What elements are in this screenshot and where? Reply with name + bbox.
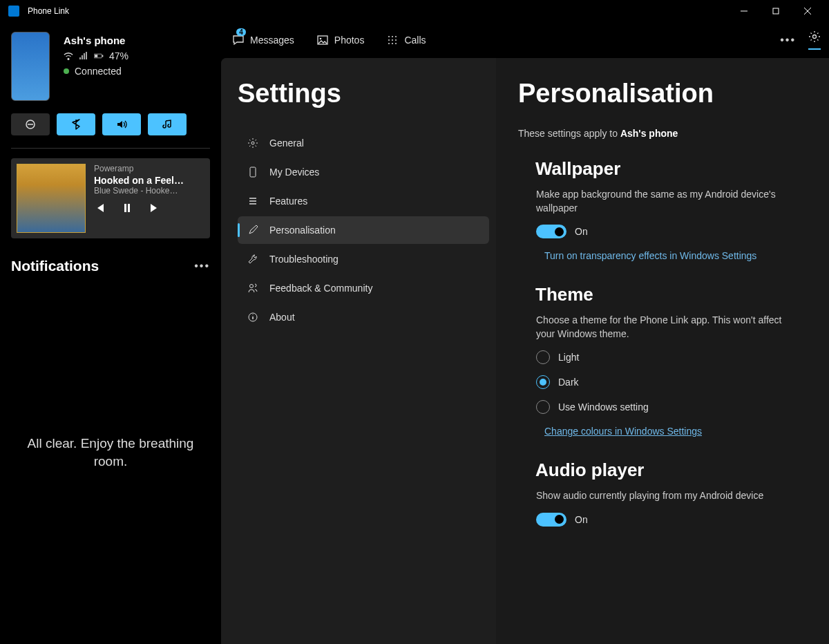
phone-status-icons: 47% xyxy=(64,50,128,61)
notifications-more-button[interactable]: ••• xyxy=(194,260,210,272)
colours-link[interactable]: Change colours in Windows Settings xyxy=(544,426,702,437)
page-title: Personalisation xyxy=(518,79,804,108)
signal-icon xyxy=(79,52,88,60)
audio-desc: Show audio currently playing from my And… xyxy=(536,489,785,503)
next-track-button[interactable] xyxy=(149,202,160,214)
theme-radio-light[interactable] xyxy=(536,350,550,364)
previous-track-button[interactable] xyxy=(94,202,105,214)
settings-body: Personalisation These settings apply to … xyxy=(496,58,829,644)
titlebar: Phone Link xyxy=(0,0,829,22)
phone-name: Ash's phone xyxy=(64,35,128,46)
svg-point-16 xyxy=(813,35,817,39)
list-icon xyxy=(247,196,258,207)
calls-icon xyxy=(386,34,399,46)
nav-label: Feedback & Community xyxy=(269,283,372,294)
app-title: Phone Link xyxy=(28,6,728,16)
tab-calls[interactable]: Calls xyxy=(383,30,428,50)
nav-general[interactable]: General xyxy=(238,129,489,157)
theme-dark-label: Dark xyxy=(558,377,579,388)
tab-messages[interactable]: 4 Messages xyxy=(229,30,297,50)
nav-my-devices[interactable]: My Devices xyxy=(238,158,489,186)
gear-icon xyxy=(247,138,258,149)
nav-about[interactable]: About xyxy=(238,303,489,331)
apply-to-text: These settings apply to Ash's phone xyxy=(518,128,804,139)
svg-rect-3 xyxy=(102,55,103,57)
nav-label: General xyxy=(269,138,304,149)
wifi-icon xyxy=(64,52,73,60)
wrench-icon xyxy=(247,254,258,265)
nav-personalisation[interactable]: Personalisation xyxy=(238,216,489,244)
maximize-button[interactable] xyxy=(760,0,792,22)
more-button[interactable]: ••• xyxy=(780,34,796,46)
svg-rect-2 xyxy=(95,55,97,57)
nav-label: About xyxy=(269,312,295,323)
wallpaper-section: Wallpaper Make app background the same a… xyxy=(518,158,804,262)
media-card[interactable]: Poweramp Hooked on a Feel… Blue Swede - … xyxy=(11,158,210,238)
info-icon xyxy=(247,312,258,323)
battery-level: 47% xyxy=(109,50,128,61)
people-icon xyxy=(247,283,258,294)
svg-point-13 xyxy=(388,43,390,44)
nav-troubleshooting[interactable]: Troubleshooting xyxy=(238,245,489,273)
wallpaper-heading: Wallpaper xyxy=(535,158,804,180)
svg-point-19 xyxy=(250,285,254,288)
theme-light-label: Light xyxy=(558,352,579,363)
pause-button[interactable] xyxy=(122,202,133,214)
theme-heading: Theme xyxy=(535,284,804,305)
messages-badge: 4 xyxy=(236,28,246,36)
nav-features[interactable]: Features xyxy=(238,187,489,215)
battery-icon xyxy=(94,52,104,60)
settings-button[interactable] xyxy=(808,30,821,50)
settings-nav: Settings General My Devices Features Per… xyxy=(221,58,496,644)
svg-point-8 xyxy=(392,36,393,37)
notifications-heading: Notifications xyxy=(11,258,99,274)
media-app-name: Poweramp xyxy=(94,164,204,173)
close-button[interactable] xyxy=(792,0,823,22)
wallpaper-toggle[interactable] xyxy=(536,225,566,238)
transparency-link[interactable]: Turn on transparency effects in Windows … xyxy=(544,250,756,261)
bluetooth-button[interactable] xyxy=(57,113,95,135)
notifications-empty-text: All clear. Enjoy the breathing room. xyxy=(11,435,210,470)
top-tabs: 4 Messages Photos Calls ••• xyxy=(221,22,829,58)
theme-section: Theme Choose a theme for the Phone Link … xyxy=(518,284,804,437)
volume-button[interactable] xyxy=(102,113,141,135)
tab-label: Calls xyxy=(404,35,426,46)
theme-desc: Choose a theme for the Phone Link app. T… xyxy=(536,314,785,341)
sidebar: Ash's phone 47% Connected xyxy=(0,22,221,644)
phone-thumbnail[interactable] xyxy=(11,32,50,101)
status-dot xyxy=(64,68,69,74)
tab-photos[interactable]: Photos xyxy=(314,30,368,50)
svg-rect-0 xyxy=(773,8,779,14)
svg-point-11 xyxy=(392,39,393,41)
media-artist: Blue Swede - Hooke… xyxy=(94,186,204,196)
svg-rect-18 xyxy=(250,167,256,177)
nav-label: Troubleshooting xyxy=(269,254,339,265)
music-button[interactable] xyxy=(148,113,187,135)
dnd-button[interactable] xyxy=(11,113,50,135)
nav-label: Personalisation xyxy=(269,225,336,236)
svg-point-9 xyxy=(395,36,397,37)
audio-toggle[interactable] xyxy=(536,513,566,527)
svg-point-14 xyxy=(392,43,393,44)
media-track-title: Hooked on a Feel… xyxy=(94,175,204,186)
divider xyxy=(11,148,210,149)
svg-point-7 xyxy=(388,36,390,37)
theme-radio-windows[interactable] xyxy=(536,400,550,414)
tab-label: Messages xyxy=(250,35,294,46)
app-icon xyxy=(8,6,19,17)
nav-feedback[interactable]: Feedback & Community xyxy=(238,274,489,302)
brush-icon xyxy=(247,225,258,236)
settings-title: Settings xyxy=(238,79,489,108)
svg-point-15 xyxy=(395,43,397,44)
album-art xyxy=(17,164,86,233)
svg-point-17 xyxy=(251,142,254,144)
phone-icon xyxy=(247,167,258,178)
connection-status: Connected xyxy=(75,66,122,77)
svg-point-10 xyxy=(388,39,390,41)
tab-label: Photos xyxy=(334,35,365,46)
theme-radio-dark[interactable] xyxy=(536,375,550,389)
nav-label: Features xyxy=(269,196,307,207)
wallpaper-toggle-state: On xyxy=(575,226,588,237)
minimize-button[interactable] xyxy=(728,0,760,22)
nav-label: My Devices xyxy=(269,167,319,178)
